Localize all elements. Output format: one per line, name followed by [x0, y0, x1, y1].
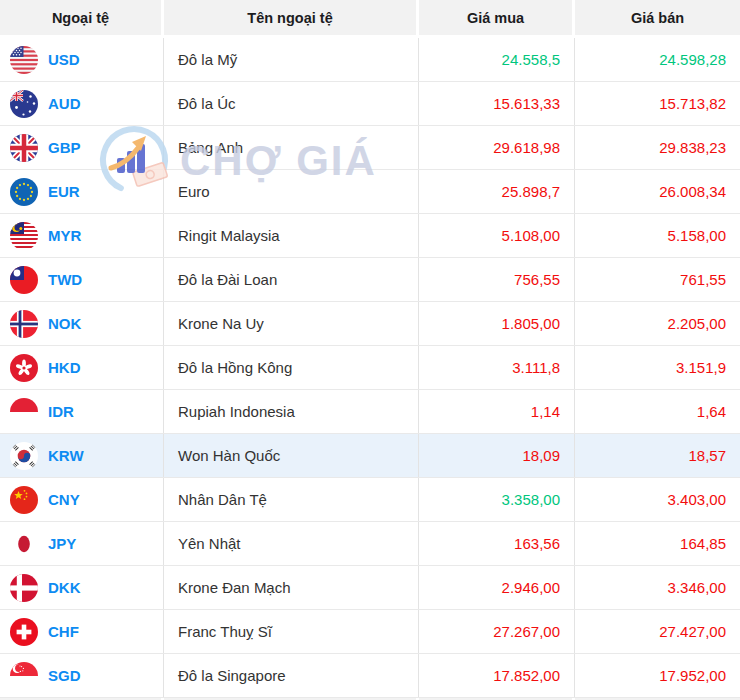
- currency-code: EUR: [48, 183, 80, 200]
- currency-code: DKK: [48, 579, 81, 596]
- currency-name: Đô la Đài Loan: [164, 258, 419, 301]
- table-row-krw[interactable]: KRWWon Hàn Quốc18,0918,57: [0, 434, 740, 478]
- table-row-cny[interactable]: CNYNhân Dân Tệ3.358,003.403,00: [0, 478, 740, 522]
- table-row-gbp[interactable]: GBPBảng Anh29.618,9829.838,23: [0, 126, 740, 170]
- buy-price: 2.946,00: [419, 566, 575, 609]
- buy-price: 18,09: [419, 434, 575, 477]
- buy-price: 3.358,00: [419, 478, 575, 521]
- table-row-sgd[interactable]: SGDĐô la Singapore17.852,0017.952,00: [0, 654, 740, 698]
- currency-code: KRW: [48, 447, 84, 464]
- currency-name: Euro: [164, 170, 419, 213]
- usd-flag-icon: [10, 46, 38, 74]
- currency-name: Đô la Úc: [164, 82, 419, 125]
- currency-cell: MYR: [0, 214, 164, 257]
- currency-code: IDR: [48, 403, 74, 420]
- currency-cell: GBP: [0, 126, 164, 169]
- krw-flag-icon: [10, 442, 38, 470]
- currency-code: SGD: [48, 667, 81, 684]
- currency-code: CHF: [48, 623, 79, 640]
- sell-price: 15.713,82: [575, 82, 740, 125]
- currency-code: JPY: [48, 535, 76, 552]
- table-row-eur[interactable]: EUREuro25.898,726.008,34: [0, 170, 740, 214]
- table-row-idr[interactable]: IDRRupiah Indonesia1,141,64: [0, 390, 740, 434]
- currency-code: GBP: [48, 139, 81, 156]
- currency-name: Krone Na Uy: [164, 302, 419, 345]
- currency-code: AUD: [48, 95, 81, 112]
- dkk-flag-icon: [10, 574, 38, 602]
- table-row-aud[interactable]: AUDĐô la Úc15.613,3315.713,82: [0, 82, 740, 126]
- nok-flag-icon: [10, 310, 38, 338]
- sell-price: 3.151,9: [575, 346, 740, 389]
- currency-name: Đô la Singapore: [164, 654, 419, 697]
- currency-code: USD: [48, 51, 80, 68]
- sell-price: 5.158,00: [575, 214, 740, 257]
- buy-price: 163,56: [419, 522, 575, 565]
- buy-price: 5.108,00: [419, 214, 575, 257]
- currency-cell: AUD: [0, 82, 164, 125]
- buy-price: 29.618,98: [419, 126, 575, 169]
- buy-price: 17.852,00: [419, 654, 575, 697]
- idr-flag-icon: [10, 398, 38, 426]
- buy-price: 27.267,00: [419, 610, 575, 653]
- table-header: Ngoại tệ Tên ngoại tệ Giá mua Giá bán: [0, 0, 740, 35]
- currency-cell: USD: [0, 38, 164, 81]
- currency-cell: HKD: [0, 346, 164, 389]
- sell-price: 3.403,00: [575, 478, 740, 521]
- column-header-ngoai-te: Ngoại tệ: [0, 0, 164, 35]
- table-body: USDĐô la Mỹ24.558,524.598,28AUDĐô la Úc1…: [0, 38, 740, 698]
- table-row-nok[interactable]: NOKKrone Na Uy1.805,002.205,00: [0, 302, 740, 346]
- buy-price: 24.558,5: [419, 38, 575, 81]
- currency-name: Krone Đan Mạch: [164, 566, 419, 609]
- currency-code: HKD: [48, 359, 81, 376]
- aud-flag-icon: [10, 90, 38, 118]
- sell-price: 17.952,00: [575, 654, 740, 697]
- currency-name: Bảng Anh: [164, 126, 419, 169]
- column-header-gia-ban: Giá bán: [575, 0, 740, 35]
- currency-code: TWD: [48, 271, 82, 288]
- sell-price: 27.427,00: [575, 610, 740, 653]
- table-row-myr[interactable]: MYRRingit Malaysia5.108,005.158,00: [0, 214, 740, 258]
- currency-cell: SGD: [0, 654, 164, 697]
- buy-price: 756,55: [419, 258, 575, 301]
- cny-flag-icon: [10, 486, 38, 514]
- exchange-rate-table: Ngoại tệ Tên ngoại tệ Giá mua Giá bán US…: [0, 0, 740, 700]
- currency-cell: EUR: [0, 170, 164, 213]
- currency-name: Đô la Mỹ: [164, 38, 419, 81]
- buy-price: 1,14: [419, 390, 575, 433]
- currency-code: MYR: [48, 227, 81, 244]
- currency-name: Franc Thuỵ Sĩ: [164, 610, 419, 653]
- sgd-flag-icon: [10, 662, 38, 690]
- gbp-flag-icon: [10, 134, 38, 162]
- table-row-usd[interactable]: USDĐô la Mỹ24.558,524.598,28: [0, 38, 740, 82]
- jpy-flag-icon: [10, 530, 38, 558]
- sell-price: 24.598,28: [575, 38, 740, 81]
- table-row-jpy[interactable]: JPYYên Nhật163,56164,85: [0, 522, 740, 566]
- buy-price: 25.898,7: [419, 170, 575, 213]
- currency-cell: JPY: [0, 522, 164, 565]
- twd-flag-icon: [10, 266, 38, 294]
- table-row-chf[interactable]: CHFFranc Thuỵ Sĩ27.267,0027.427,00: [0, 610, 740, 654]
- table-row-twd[interactable]: TWDĐô la Đài Loan756,55761,55: [0, 258, 740, 302]
- currency-name: Ringit Malaysia: [164, 214, 419, 257]
- column-header-ten-ngoai-te: Tên ngoại tệ: [164, 0, 419, 35]
- myr-flag-icon: [10, 222, 38, 250]
- currency-cell: KRW: [0, 434, 164, 477]
- currency-code: CNY: [48, 491, 80, 508]
- currency-name: Won Hàn Quốc: [164, 434, 419, 477]
- currency-name: Nhân Dân Tệ: [164, 478, 419, 521]
- currency-code: NOK: [48, 315, 81, 332]
- table-row-dkk[interactable]: DKKKrone Đan Mạch2.946,003.346,00: [0, 566, 740, 610]
- sell-price: 18,57: [575, 434, 740, 477]
- sell-price: 1,64: [575, 390, 740, 433]
- hkd-flag-icon: [10, 354, 38, 382]
- currency-name: Rupiah Indonesia: [164, 390, 419, 433]
- sell-price: 29.838,23: [575, 126, 740, 169]
- sell-price: 2.205,00: [575, 302, 740, 345]
- buy-price: 1.805,00: [419, 302, 575, 345]
- table-row-hkd[interactable]: HKDĐô la Hồng Kông3.111,83.151,9: [0, 346, 740, 390]
- sell-price: 3.346,00: [575, 566, 740, 609]
- currency-cell: IDR: [0, 390, 164, 433]
- sell-price: 164,85: [575, 522, 740, 565]
- currency-cell: CNY: [0, 478, 164, 521]
- sell-price: 761,55: [575, 258, 740, 301]
